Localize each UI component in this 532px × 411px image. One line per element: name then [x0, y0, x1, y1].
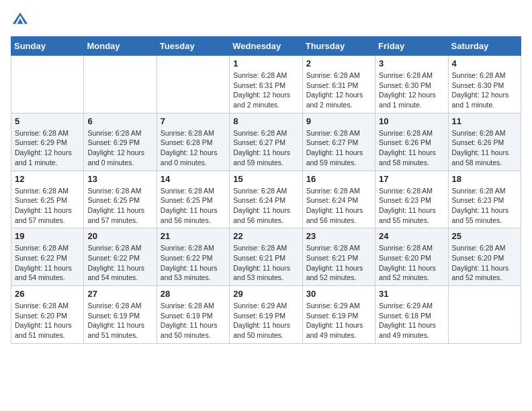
- day-info: Sunrise: 6:29 AM Sunset: 6:19 PM Dayligh…: [233, 301, 298, 340]
- weekday-header-saturday: Saturday: [448, 37, 521, 56]
- day-number: 7: [161, 116, 226, 126]
- day-info: Sunrise: 6:28 AM Sunset: 6:22 PM Dayligh…: [15, 243, 80, 283]
- day-number: 24: [379, 231, 444, 241]
- calendar-cell: 3Sunrise: 6:28 AM Sunset: 6:30 PM Daylig…: [375, 56, 448, 113]
- calendar-cell: 20Sunrise: 6:28 AM Sunset: 6:22 PM Dayli…: [84, 228, 157, 286]
- day-number: 22: [233, 231, 298, 241]
- day-number: 30: [306, 289, 371, 299]
- day-number: 2: [306, 58, 371, 68]
- weekday-header-row: SundayMondayTuesdayWednesdayThursdayFrid…: [11, 37, 521, 56]
- calendar-cell: 5Sunrise: 6:28 AM Sunset: 6:29 PM Daylig…: [11, 113, 84, 171]
- calendar-cell: 8Sunrise: 6:28 AM Sunset: 6:27 PM Daylig…: [230, 113, 302, 171]
- day-info: Sunrise: 6:28 AM Sunset: 6:25 PM Dayligh…: [161, 186, 226, 226]
- weekday-header-thursday: Thursday: [302, 37, 375, 56]
- logo: [11, 11, 32, 30]
- day-number: 6: [87, 116, 152, 126]
- day-number: 14: [161, 174, 226, 184]
- weekday-header-monday: Monday: [84, 37, 157, 56]
- calendar-cell: 4Sunrise: 6:28 AM Sunset: 6:30 PM Daylig…: [448, 56, 521, 113]
- day-number: 16: [306, 174, 371, 184]
- calendar-cell: 11Sunrise: 6:28 AM Sunset: 6:26 PM Dayli…: [448, 113, 521, 171]
- day-info: Sunrise: 6:28 AM Sunset: 6:20 PM Dayligh…: [379, 243, 444, 283]
- page-header: [11, 11, 521, 30]
- calendar-cell: 24Sunrise: 6:28 AM Sunset: 6:20 PM Dayli…: [375, 228, 448, 286]
- calendar-week-row: 26Sunrise: 6:28 AM Sunset: 6:20 PM Dayli…: [11, 286, 521, 344]
- day-info: Sunrise: 6:28 AM Sunset: 6:30 PM Dayligh…: [379, 71, 444, 110]
- day-info: Sunrise: 6:28 AM Sunset: 6:24 PM Dayligh…: [306, 186, 371, 226]
- day-info: Sunrise: 6:29 AM Sunset: 6:18 PM Dayligh…: [379, 301, 444, 340]
- day-number: 23: [306, 231, 371, 241]
- calendar-cell: 10Sunrise: 6:28 AM Sunset: 6:26 PM Dayli…: [375, 113, 448, 171]
- day-number: 26: [15, 289, 80, 299]
- day-number: 10: [379, 116, 444, 126]
- day-info: Sunrise: 6:28 AM Sunset: 6:24 PM Dayligh…: [233, 186, 298, 226]
- day-number: 13: [87, 174, 152, 184]
- calendar-cell: 29Sunrise: 6:29 AM Sunset: 6:19 PM Dayli…: [230, 286, 302, 344]
- calendar-cell: 30Sunrise: 6:29 AM Sunset: 6:19 PM Dayli…: [302, 286, 375, 344]
- day-number: 19: [15, 231, 80, 241]
- day-number: 11: [452, 116, 517, 126]
- day-number: 15: [233, 174, 298, 184]
- day-info: Sunrise: 6:28 AM Sunset: 6:19 PM Dayligh…: [161, 301, 226, 340]
- weekday-header-friday: Friday: [375, 37, 448, 56]
- calendar-cell: 27Sunrise: 6:28 AM Sunset: 6:19 PM Dayli…: [84, 286, 157, 344]
- day-number: 29: [233, 289, 298, 299]
- weekday-header-wednesday: Wednesday: [230, 37, 302, 56]
- calendar-cell: 17Sunrise: 6:28 AM Sunset: 6:23 PM Dayli…: [375, 171, 448, 228]
- calendar-cell: 13Sunrise: 6:28 AM Sunset: 6:25 PM Dayli…: [84, 171, 157, 228]
- day-number: 28: [161, 289, 226, 299]
- day-number: 31: [379, 289, 444, 299]
- calendar-cell: 16Sunrise: 6:28 AM Sunset: 6:24 PM Dayli…: [302, 171, 375, 228]
- calendar-week-row: 19Sunrise: 6:28 AM Sunset: 6:22 PM Dayli…: [11, 228, 521, 286]
- calendar-cell: 25Sunrise: 6:28 AM Sunset: 6:20 PM Dayli…: [448, 228, 521, 286]
- calendar-cell: 9Sunrise: 6:28 AM Sunset: 6:27 PM Daylig…: [302, 113, 375, 171]
- day-info: Sunrise: 6:28 AM Sunset: 6:21 PM Dayligh…: [306, 243, 371, 283]
- calendar-cell: [84, 56, 157, 113]
- day-info: Sunrise: 6:29 AM Sunset: 6:19 PM Dayligh…: [306, 301, 371, 340]
- calendar-cell: 7Sunrise: 6:28 AM Sunset: 6:28 PM Daylig…: [157, 113, 229, 171]
- calendar-cell: [157, 56, 229, 113]
- day-info: Sunrise: 6:28 AM Sunset: 6:27 PM Dayligh…: [233, 128, 298, 168]
- day-number: 20: [87, 231, 152, 241]
- day-info: Sunrise: 6:28 AM Sunset: 6:20 PM Dayligh…: [15, 301, 80, 340]
- day-number: 12: [15, 174, 80, 184]
- calendar-cell: 1Sunrise: 6:28 AM Sunset: 6:31 PM Daylig…: [230, 56, 302, 113]
- calendar-table: SundayMondayTuesdayWednesdayThursdayFrid…: [11, 36, 521, 344]
- day-number: 17: [379, 174, 444, 184]
- day-number: 25: [452, 231, 517, 241]
- calendar-cell: 31Sunrise: 6:29 AM Sunset: 6:18 PM Dayli…: [375, 286, 448, 344]
- day-number: 9: [306, 116, 371, 126]
- day-number: 27: [87, 289, 152, 299]
- day-info: Sunrise: 6:28 AM Sunset: 6:19 PM Dayligh…: [87, 301, 152, 340]
- day-info: Sunrise: 6:28 AM Sunset: 6:29 PM Dayligh…: [15, 128, 80, 168]
- day-info: Sunrise: 6:28 AM Sunset: 6:29 PM Dayligh…: [87, 128, 152, 168]
- day-info: Sunrise: 6:28 AM Sunset: 6:28 PM Dayligh…: [161, 128, 226, 168]
- calendar-cell: 23Sunrise: 6:28 AM Sunset: 6:21 PM Dayli…: [302, 228, 375, 286]
- day-info: Sunrise: 6:28 AM Sunset: 6:31 PM Dayligh…: [233, 71, 298, 110]
- calendar-week-row: 5Sunrise: 6:28 AM Sunset: 6:29 PM Daylig…: [11, 113, 521, 171]
- calendar-cell: 19Sunrise: 6:28 AM Sunset: 6:22 PM Dayli…: [11, 228, 84, 286]
- calendar-cell: 22Sunrise: 6:28 AM Sunset: 6:21 PM Dayli…: [230, 228, 302, 286]
- calendar-cell: 26Sunrise: 6:28 AM Sunset: 6:20 PM Dayli…: [11, 286, 84, 344]
- calendar-cell: [448, 286, 521, 344]
- calendar-week-row: 1Sunrise: 6:28 AM Sunset: 6:31 PM Daylig…: [11, 56, 521, 113]
- day-number: 8: [233, 116, 298, 126]
- day-info: Sunrise: 6:28 AM Sunset: 6:30 PM Dayligh…: [452, 71, 517, 110]
- calendar-cell: [11, 56, 84, 113]
- calendar-cell: 2Sunrise: 6:28 AM Sunset: 6:31 PM Daylig…: [302, 56, 375, 113]
- day-info: Sunrise: 6:28 AM Sunset: 6:25 PM Dayligh…: [15, 186, 80, 226]
- day-info: Sunrise: 6:28 AM Sunset: 6:25 PM Dayligh…: [87, 186, 152, 226]
- weekday-header-sunday: Sunday: [11, 37, 84, 56]
- calendar-cell: 14Sunrise: 6:28 AM Sunset: 6:25 PM Dayli…: [157, 171, 229, 228]
- calendar-cell: 18Sunrise: 6:28 AM Sunset: 6:23 PM Dayli…: [448, 171, 521, 228]
- day-number: 1: [233, 58, 298, 68]
- calendar-cell: 15Sunrise: 6:28 AM Sunset: 6:24 PM Dayli…: [230, 171, 302, 228]
- logo-icon: [11, 11, 30, 30]
- day-info: Sunrise: 6:28 AM Sunset: 6:31 PM Dayligh…: [306, 71, 371, 110]
- day-info: Sunrise: 6:28 AM Sunset: 6:22 PM Dayligh…: [87, 243, 152, 283]
- day-number: 4: [452, 58, 517, 68]
- day-info: Sunrise: 6:28 AM Sunset: 6:20 PM Dayligh…: [452, 243, 517, 283]
- day-info: Sunrise: 6:28 AM Sunset: 6:22 PM Dayligh…: [161, 243, 226, 283]
- day-info: Sunrise: 6:28 AM Sunset: 6:26 PM Dayligh…: [452, 128, 517, 168]
- day-info: Sunrise: 6:28 AM Sunset: 6:26 PM Dayligh…: [379, 128, 444, 168]
